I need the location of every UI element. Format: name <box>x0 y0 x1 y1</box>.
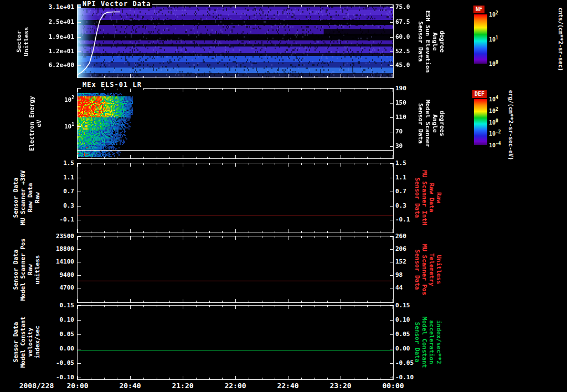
axis-label-line: Sensor Data <box>414 178 421 218</box>
x-tick-mark <box>301 378 302 379</box>
x-axis-tick-label: 23:20 <box>321 381 360 390</box>
colorbar-title-def: DEF <box>472 90 487 98</box>
x-tick-mark <box>169 5 170 7</box>
y-tick-mark <box>390 7 393 8</box>
x-tick-mark <box>367 157 368 158</box>
y-tick-label: 6.2e+00 <box>31 61 74 69</box>
x-tick-mark <box>380 157 380 158</box>
x-tick-mark <box>262 301 262 302</box>
y-tick-mark <box>390 89 393 89</box>
x-tick-mark <box>183 74 183 78</box>
x-tick-mark <box>315 5 315 7</box>
x-tick-mark <box>380 76 380 78</box>
y-tick-mark <box>390 103 393 104</box>
x-tick-mark <box>354 157 354 158</box>
x-tick-mark <box>275 306 275 307</box>
y-tick-mark <box>78 178 81 178</box>
x-tick-mark <box>157 157 157 158</box>
x-tick-mark <box>262 231 262 233</box>
x-tick-mark <box>169 236 170 238</box>
x-tick-mark <box>91 306 91 307</box>
y-tick-label: 1.9e+01 <box>31 33 74 41</box>
x-tick-mark <box>327 5 328 7</box>
colorbar-tick-label: 10-2 <box>489 130 501 137</box>
y-tick-mark <box>390 178 393 178</box>
x-tick-mark <box>157 306 157 307</box>
axis-label-line: Sensor Data <box>12 178 19 218</box>
y-tick-mark <box>78 51 81 52</box>
x-tick-mark <box>222 157 223 158</box>
x-tick-mark <box>196 378 197 379</box>
x-tick-mark <box>104 231 105 233</box>
x-tick-mark <box>183 229 183 233</box>
x-tick-mark <box>380 231 380 233</box>
y-tick-label: 1.2e+01 <box>31 48 74 55</box>
x-tick-mark <box>315 231 315 233</box>
x-tick-mark <box>354 378 354 379</box>
colorbar-tick-label: 102 <box>489 107 498 115</box>
x-tick-mark <box>91 236 91 238</box>
y-tick-mark <box>78 363 81 364</box>
x-tick-mark <box>130 236 131 240</box>
y-tick-mark <box>78 22 81 23</box>
x-tick-mark <box>130 163 131 167</box>
axis-label-line: Telemetry <box>428 253 435 286</box>
x-tick-mark <box>117 301 117 302</box>
x-tick-mark <box>288 376 288 379</box>
x-tick-mark <box>143 89 144 90</box>
x-tick-mark <box>354 5 354 7</box>
x-tick-mark <box>222 5 223 7</box>
x-tick-mark <box>249 76 249 78</box>
x-tick-mark <box>315 236 315 238</box>
x-tick-mark <box>275 5 275 7</box>
panel-els-right-axis-label: Sensor Data Model Scanner Angle degrees <box>417 100 446 147</box>
x-tick-mark <box>275 76 275 78</box>
x-tick-mark <box>380 378 380 379</box>
axis-label-line: unitless <box>34 255 41 285</box>
x-tick-mark <box>354 301 354 302</box>
x-tick-mark <box>275 301 275 302</box>
x-tick-mark <box>301 5 302 7</box>
axis-label-line: Model Scanner <box>424 100 431 147</box>
x-tick-mark <box>262 306 262 307</box>
x-tick-mark <box>354 306 354 307</box>
colorbar-title-nf: NF <box>473 6 484 13</box>
panel-els-y-axis-label: Electron Energy eV <box>28 96 43 151</box>
x-tick-mark <box>169 89 170 90</box>
axis-label-line: Angle <box>431 32 439 50</box>
axis-label-line: Angle <box>431 114 439 132</box>
x-tick-mark <box>130 229 131 233</box>
x-tick-mark <box>117 89 117 90</box>
axis-label-line: Raw <box>27 264 34 275</box>
x-tick-mark <box>91 301 91 302</box>
axis-label-line: acceleration <box>428 320 435 364</box>
x-axis-tick-label: 21:20 <box>163 381 203 390</box>
x-axis-tick-label: 22:00 <box>215 381 255 390</box>
panel-const-y-axis-label: Sensor Data Model Constant velocity inde… <box>12 317 41 368</box>
axis-label-line: ESH Sun Elevation <box>424 11 431 73</box>
x-tick-mark <box>288 74 288 78</box>
axis-label-line: MU Scanner Pos <box>421 244 428 296</box>
x-tick-mark <box>209 89 210 90</box>
x-tick-mark <box>315 306 315 307</box>
x-tick-mark <box>275 236 275 238</box>
x-tick-mark <box>143 163 144 165</box>
y-tick-label: -0.10 <box>31 374 74 381</box>
x-tick-mark <box>235 376 236 379</box>
x-tick-mark <box>78 155 78 158</box>
y-tick-mark <box>390 275 393 276</box>
x-tick-mark <box>262 89 262 90</box>
x-tick-mark <box>262 236 262 238</box>
x-tick-mark <box>91 76 91 78</box>
x-tick-mark <box>275 157 275 158</box>
x-tick-mark <box>157 301 157 302</box>
axis-label-line: Sensor Data <box>417 22 424 62</box>
axis-label-line: index/sec <box>34 326 41 359</box>
x-tick-mark <box>222 163 223 165</box>
x-tick-mark <box>301 157 302 158</box>
axis-label-line: Sensor Data <box>12 322 19 363</box>
x-tick-mark <box>393 155 393 158</box>
x-tick-mark <box>327 89 328 90</box>
y-tick-label: 2.5e+01 <box>31 18 74 26</box>
colorbar-def <box>474 99 487 145</box>
